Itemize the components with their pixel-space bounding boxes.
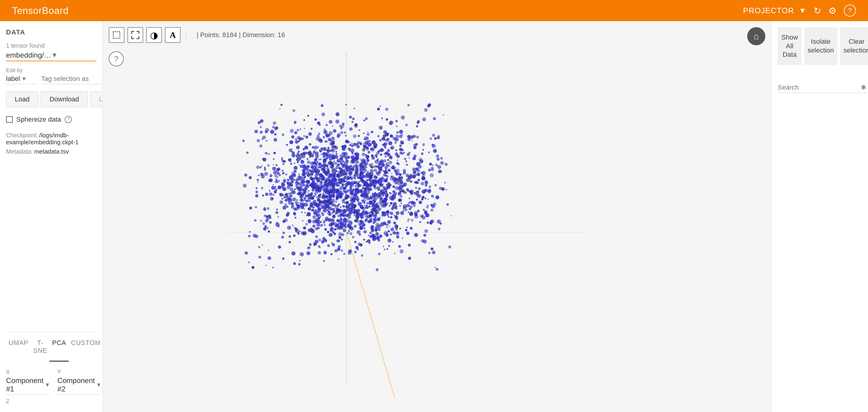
home-button[interactable]: ⌂: [747, 27, 765, 45]
svg-point-1070: [311, 197, 313, 199]
zoom-btn[interactable]: [127, 27, 143, 43]
tab-custom[interactable]: CUSTOM: [68, 332, 103, 361]
svg-point-1751: [399, 130, 403, 134]
svg-point-1559: [310, 176, 312, 178]
svg-point-2045: [401, 149, 403, 151]
svg-point-958: [270, 176, 271, 177]
svg-point-1961: [362, 202, 363, 203]
svg-point-923: [413, 204, 415, 207]
projector-select[interactable]: PROJECTOR ▼: [743, 6, 806, 15]
search-asterisk-icon[interactable]: ✱: [861, 84, 866, 91]
tensor-dropdown-arrow: ▼: [51, 51, 97, 59]
svg-point-2154: [347, 156, 349, 157]
svg-point-872: [265, 152, 268, 155]
svg-point-1691: [392, 241, 394, 243]
settings-icon[interactable]: ⚙: [829, 5, 837, 16]
svg-point-1844: [363, 163, 366, 166]
tag-selection-input[interactable]: [41, 75, 103, 84]
svg-point-1048: [412, 157, 416, 160]
svg-point-2165: [406, 204, 409, 208]
svg-point-1472: [435, 195, 439, 199]
edit-select[interactable]: label ▼: [6, 75, 36, 84]
y-axis-select[interactable]: Component #2 ▼: [57, 376, 101, 395]
svg-point-1737: [277, 216, 279, 218]
svg-point-1598: [329, 120, 332, 124]
help-circle-btn[interactable]: ?: [109, 51, 124, 66]
svg-point-1251: [400, 249, 404, 254]
svg-point-2011: [341, 227, 343, 229]
svg-point-2034: [264, 215, 266, 217]
svg-point-876: [354, 225, 357, 228]
svg-point-1315: [328, 149, 331, 152]
svg-point-1999: [363, 195, 364, 196]
isolate-selection-btn[interactable]: Isolate selection: [804, 27, 837, 65]
svg-point-1840: [345, 135, 347, 137]
help-icon[interactable]: ?: [844, 4, 856, 17]
svg-point-2093: [374, 209, 375, 211]
svg-point-1901: [394, 215, 395, 216]
projector-dropdown-icon[interactable]: ▼: [799, 6, 806, 15]
svg-point-996: [399, 173, 401, 176]
svg-point-667: [300, 129, 301, 130]
svg-point-40: [295, 201, 298, 204]
svg-point-1090: [407, 219, 409, 220]
svg-point-582: [258, 246, 260, 248]
svg-point-1739: [395, 231, 399, 235]
tensor-select[interactable]: embedding/.ATTRIBUTES/VARIABLE_ ▼: [6, 51, 96, 61]
refresh-icon[interactable]: ↻: [814, 5, 821, 16]
sphereize-help-icon[interactable]: ?: [65, 116, 72, 123]
svg-point-2024: [302, 165, 306, 169]
clear-selection-btn[interactable]: Clear selection: [840, 27, 868, 65]
svg-point-783: [431, 168, 434, 171]
selection-rect-btn[interactable]: [109, 27, 124, 43]
svg-point-1842: [342, 160, 344, 162]
svg-point-252: [263, 227, 267, 231]
night-mode-btn[interactable]: ◑: [146, 27, 162, 43]
tab-pca[interactable]: PCA: [50, 332, 68, 361]
svg-point-1860: [407, 220, 409, 222]
x-axis-select[interactable]: Component #1 ▼: [6, 376, 50, 395]
load-button[interactable]: Load: [6, 91, 38, 107]
search-input[interactable]: [778, 84, 861, 91]
tab-umap[interactable]: UMAP: [6, 332, 31, 361]
svg-point-1248: [294, 208, 298, 211]
svg-point-1584: [374, 228, 378, 232]
svg-point-342: [358, 135, 360, 137]
tab-tsne[interactable]: T-SNE: [31, 332, 50, 361]
svg-point-1649: [343, 223, 346, 227]
svg-point-690: [369, 140, 371, 142]
svg-point-2079: [275, 164, 277, 166]
svg-point-1210: [352, 118, 354, 120]
show-all-data-btn[interactable]: Show All Data: [778, 27, 802, 65]
svg-point-201: [424, 233, 427, 236]
svg-point-2016: [328, 161, 332, 165]
svg-point-2142: [306, 152, 308, 154]
svg-point-843: [315, 194, 316, 196]
svg-point-1346: [400, 211, 404, 215]
svg-point-952: [356, 145, 360, 149]
svg-point-928: [424, 229, 428, 233]
svg-point-140: [340, 131, 343, 134]
svg-point-1702: [370, 147, 374, 152]
svg-point-1935: [371, 167, 373, 169]
download-button[interactable]: Download: [41, 91, 88, 107]
svg-point-1726: [414, 192, 415, 193]
sphereize-checkbox[interactable]: [6, 116, 13, 123]
label-mode-btn[interactable]: A: [165, 27, 181, 43]
svg-point-631: [260, 172, 264, 176]
svg-point-1171: [354, 178, 356, 180]
svg-point-2192: [378, 166, 381, 170]
label-button[interactable]: Label: [90, 91, 103, 107]
svg-point-2096: [392, 196, 396, 200]
svg-point-1553: [327, 167, 330, 170]
svg-point-2191: [331, 183, 336, 187]
svg-point-932: [343, 164, 345, 166]
svg-point-1416: [308, 220, 311, 223]
svg-point-1893: [298, 150, 300, 152]
svg-point-1405: [335, 120, 339, 123]
svg-point-2072: [386, 178, 388, 180]
svg-point-887: [389, 156, 393, 159]
svg-point-2028: [288, 193, 289, 194]
svg-point-1945: [330, 202, 333, 205]
svg-point-978: [279, 108, 281, 109]
